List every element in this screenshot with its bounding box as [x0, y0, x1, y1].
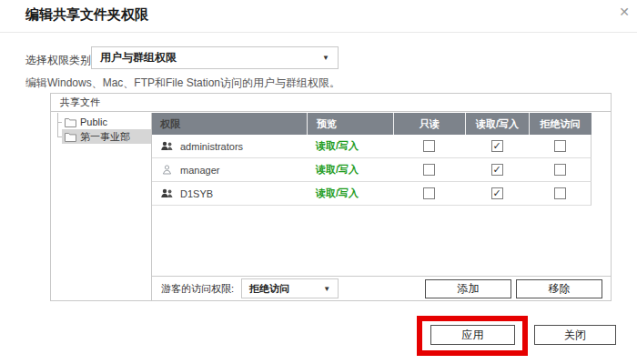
column-header-preview: 预览: [307, 113, 393, 135]
deny-access-checkbox[interactable]: ✓: [554, 164, 566, 176]
permission-type-description: 编辑Windows、Mac、FTP和File Station访问的用户与群组权限…: [25, 76, 340, 91]
table-row: D1SYB 读取/写入 ✓ ✓ ✓: [152, 182, 592, 206]
tree-item-label: 第一事业部: [80, 130, 130, 144]
folder-tree: Public 第一事业部: [51, 113, 152, 300]
table-empty-area: [152, 206, 611, 276]
apply-button[interactable]: 应用: [430, 325, 515, 345]
permission-name-cell: D1SYB: [152, 188, 307, 199]
guest-access-label: 游客的访问权限:: [161, 282, 234, 296]
preview-value: 读取/写入: [307, 139, 393, 153]
add-button[interactable]: 添加: [425, 279, 511, 298]
read-only-checkbox[interactable]: ✓: [423, 187, 435, 199]
table-row: manager 读取/写入 ✓ ✓ ✓: [152, 158, 592, 182]
permission-type-dropdown[interactable]: 用户与群组权限 ▼: [91, 46, 339, 69]
member-name: D1SYB: [180, 188, 213, 199]
permission-name-cell: manager: [152, 165, 307, 176]
tree-item-label: Public: [80, 116, 107, 127]
read-only-checkbox[interactable]: ✓: [423, 140, 435, 152]
group-icon: [160, 188, 174, 198]
read-write-checkbox[interactable]: ✓: [491, 187, 503, 199]
deny-access-checkbox[interactable]: ✓: [554, 140, 566, 152]
dialog-title: 编辑共享文件夹权限: [25, 6, 148, 24]
read-only-checkbox[interactable]: ✓: [423, 164, 435, 176]
read-write-checkbox[interactable]: ✓: [491, 140, 503, 152]
column-header-permission: 权限: [152, 113, 307, 135]
close-icon[interactable]: ✕: [616, 4, 632, 20]
user-icon: [160, 165, 174, 175]
preview-value: 读取/写入: [307, 163, 393, 177]
group-icon: [160, 141, 174, 151]
chevron-down-icon: ▼: [323, 285, 330, 293]
guest-access-bar: 游客的访问权限: 拒绝访问 ▼ 添加 移除: [152, 276, 611, 300]
folder-icon: [65, 117, 76, 127]
tree-item-dept1[interactable]: 第一事业部: [62, 129, 151, 144]
tree-item-public[interactable]: Public: [62, 115, 151, 129]
deny-access-checkbox[interactable]: ✓: [554, 187, 566, 199]
member-name: manager: [180, 165, 219, 176]
panel-body: Public 第一事业部 权限 预览 只读 读取/写入 拒绝访问: [51, 113, 611, 300]
column-header-deny-access: 拒绝访问: [529, 113, 591, 135]
remove-button[interactable]: 移除: [516, 279, 602, 298]
tree-connector-line: [57, 113, 58, 137]
chevron-down-icon: ▼: [322, 54, 329, 62]
table-row: administrators 读取/写入 ✓ ✓ ✓: [152, 135, 592, 158]
preview-value: 读取/写入: [307, 187, 393, 200]
title-divider: [0, 32, 637, 33]
guest-access-value: 拒绝访问: [249, 282, 289, 296]
close-button[interactable]: 关闭: [534, 325, 616, 345]
column-header-read-write: 读取/写入: [465, 113, 529, 135]
permissions-table: 权限 预览 只读 读取/写入 拒绝访问 administrators 读取/写入: [152, 113, 611, 300]
panel-title: 共享文件: [51, 94, 611, 112]
folder-icon: [65, 132, 76, 142]
read-write-checkbox[interactable]: ✓: [491, 164, 503, 176]
guest-access-dropdown[interactable]: 拒绝访问 ▼: [241, 278, 339, 298]
edit-shared-folder-permissions-dialog: 编辑共享文件夹权限 ✕ 选择权限类别: 用户与群组权限 ▼ 编辑Windows、…: [0, 0, 637, 364]
permission-type-label: 选择权限类别:: [25, 53, 94, 68]
permission-name-cell: administrators: [152, 141, 307, 152]
shared-folders-panel: 共享文件 Public 第一事业部: [50, 93, 612, 301]
table-header-row: 权限 预览 只读 读取/写入 拒绝访问: [152, 113, 592, 135]
column-header-read-only: 只读: [393, 113, 465, 135]
permission-type-value: 用户与群组权限: [100, 50, 177, 66]
member-name: administrators: [180, 141, 243, 152]
